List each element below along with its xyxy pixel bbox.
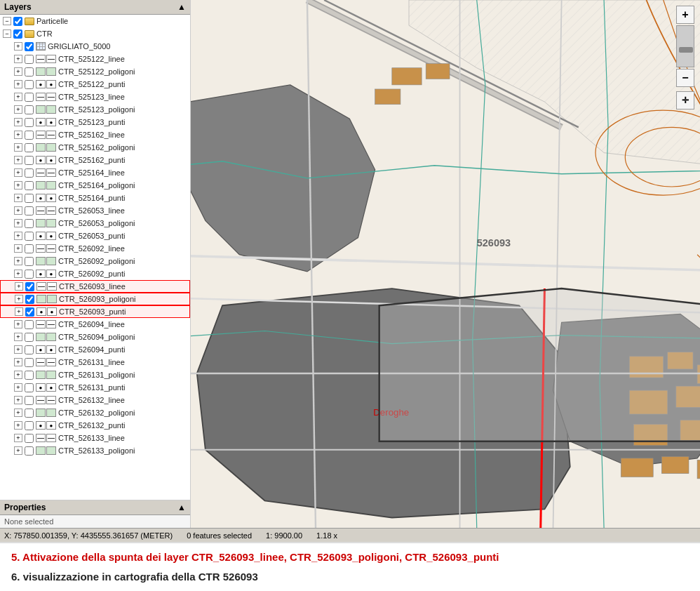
expand-btn-l526094_pt[interactable]: + <box>14 345 22 354</box>
expand-btn-l526132_l[interactable]: + <box>14 396 22 404</box>
checkbox-ctr[interactable] <box>13 29 22 39</box>
expand-btn-l526133_l[interactable]: + <box>14 434 22 442</box>
expand-btn-l526132_pt[interactable]: + <box>14 421 22 430</box>
layer-item-l526131_l[interactable]: + CTR_526131_linee <box>0 356 190 368</box>
checkbox-l526092_pt[interactable] <box>25 270 34 279</box>
layer-item-l526092_p[interactable]: + CTR_526092_poligoni <box>0 255 190 267</box>
expand-btn-l525162_l[interactable]: + <box>14 131 22 139</box>
expand-btn-l526092_l[interactable]: + <box>14 244 22 253</box>
layer-item-l525123_p[interactable]: + CTR_525123_poligoni <box>0 103 190 116</box>
layer-item-l526094_pt[interactable]: + ●● CTR_526094_punti <box>0 343 190 356</box>
layer-item-l525123_l[interactable]: + CTR_525123_linee <box>0 91 190 103</box>
expand-btn-l526053_p[interactable]: + <box>14 219 22 227</box>
expand-btn-grigliato[interactable]: + <box>14 42 22 51</box>
checkbox-l526092_l[interactable] <box>25 244 34 253</box>
expand-btn-l525164_p[interactable]: + <box>14 181 22 190</box>
layer-item-l526133_l[interactable]: + CTR_526133_linee <box>0 432 190 444</box>
layer-item-l525122_pt[interactable]: + ●● CTR_525122_punti <box>0 78 190 91</box>
checkbox-l526093_l[interactable] <box>25 282 34 291</box>
expand-btn-ctr[interactable]: − <box>3 29 11 38</box>
expand-btn-l525123_l[interactable]: + <box>14 93 22 101</box>
checkbox-l525162_pt[interactable] <box>25 156 34 165</box>
checkbox-l525162_p[interactable] <box>25 143 34 152</box>
layer-item-l525164_p[interactable]: + CTR_525164_poligoni <box>0 179 190 192</box>
zoom-slider[interactable] <box>676 25 694 67</box>
checkbox-l526133_p[interactable] <box>25 446 34 456</box>
zoom-in-button[interactable]: + <box>676 6 694 24</box>
checkbox-l526093_p[interactable] <box>25 295 34 304</box>
layer-item-l526093_l[interactable]: + CTR_526093_linee <box>0 280 190 293</box>
expand-btn-l525122_l[interactable]: + <box>14 55 22 63</box>
layer-item-l525122_l[interactable]: + CTR_525122_linee <box>0 53 190 65</box>
checkbox-l525123_l[interactable] <box>25 93 34 102</box>
expand-btn-particelle[interactable]: − <box>3 17 11 25</box>
checkbox-grigliato[interactable] <box>25 42 34 51</box>
map-area[interactable]: 526093 526093 Deroghe + − <box>191 0 700 528</box>
expand-btn-l525123_p[interactable]: + <box>14 105 22 114</box>
layer-item-l525164_l[interactable]: + CTR_525164_linee <box>0 166 190 179</box>
checkbox-particelle[interactable] <box>13 17 22 26</box>
checkbox-l526092_p[interactable] <box>25 257 34 266</box>
layer-item-particelle[interactable]: − Particelle <box>0 15 190 27</box>
layer-item-l526053_p[interactable]: + CTR_526053_poligoni <box>0 217 190 230</box>
expand-btn-l525164_l[interactable]: + <box>14 168 22 177</box>
layer-item-l526092_l[interactable]: + CTR_526092_linee <box>0 242 190 255</box>
checkbox-l525164_l[interactable] <box>25 168 34 178</box>
expand-btn-l525123_pt[interactable]: + <box>14 118 22 126</box>
expand-btn-l525122_pt[interactable]: + <box>14 80 22 88</box>
expand-btn-l526133_p[interactable]: + <box>14 446 22 455</box>
layers-collapse-icon[interactable]: ▲ <box>177 2 186 12</box>
layer-item-l526131_p[interactable]: + CTR_526131_poligoni <box>0 368 190 381</box>
expand-btn-l526094_p[interactable]: + <box>14 333 22 341</box>
layer-item-l525162_pt[interactable]: + ●● CTR_525162_punti <box>0 154 190 166</box>
layer-item-l525123_pt[interactable]: + ●● CTR_525123_punti <box>0 116 190 128</box>
layer-item-l526094_p[interactable]: + CTR_526094_poligoni <box>0 331 190 343</box>
layer-item-ctr[interactable]: − CTR <box>0 27 190 40</box>
layer-item-l526093_pt[interactable]: + ●● CTR_526093_punti <box>0 305 190 318</box>
layer-item-l526132_p[interactable]: + CTR_526132_poligoni <box>0 406 190 419</box>
expand-btn-l526093_pt[interactable]: + <box>15 307 23 316</box>
checkbox-l525123_pt[interactable] <box>25 118 34 127</box>
checkbox-l525122_p[interactable] <box>25 67 34 77</box>
checkbox-l526131_l[interactable] <box>25 358 34 367</box>
checkbox-l525162_l[interactable] <box>25 131 34 140</box>
expand-btn-l526131_pt[interactable]: + <box>14 383 22 392</box>
layer-item-l526053_pt[interactable]: + ●● CTR_526053_punti <box>0 230 190 242</box>
layer-item-l526053_l[interactable]: + CTR_526053_linee <box>0 204 190 217</box>
checkbox-l526094_l[interactable] <box>25 320 34 329</box>
checkbox-l526133_l[interactable] <box>25 434 34 443</box>
checkbox-l526053_p[interactable] <box>25 219 34 228</box>
expand-btn-l525164_pt[interactable]: + <box>14 194 22 202</box>
expand-btn-l526053_pt[interactable]: + <box>14 232 22 240</box>
checkbox-l525122_l[interactable] <box>25 55 34 64</box>
layer-item-l526131_pt[interactable]: + ●● CTR_526131_punti <box>0 381 190 394</box>
expand-btn-l526093_l[interactable]: + <box>15 282 23 291</box>
expand-btn-l526053_l[interactable]: + <box>14 206 22 215</box>
layers-list[interactable]: − Particelle − CTR + GRIGLIATO_5000 + CT… <box>0 15 190 500</box>
checkbox-l525164_p[interactable] <box>25 181 34 190</box>
layer-item-l526094_l[interactable]: + CTR_526094_linee <box>0 318 190 331</box>
zoom-out-button[interactable]: − <box>676 69 694 87</box>
checkbox-l525164_pt[interactable] <box>25 194 34 203</box>
expand-btn-l525122_p[interactable]: + <box>14 67 22 76</box>
expand-btn-l526131_l[interactable]: + <box>14 358 22 366</box>
checkbox-l526094_pt[interactable] <box>25 345 34 354</box>
layer-item-l526092_pt[interactable]: + ●● CTR_526092_punti <box>0 267 190 280</box>
layer-item-l526132_l[interactable]: + CTR_526132_linee <box>0 394 190 406</box>
checkbox-l525122_pt[interactable] <box>25 80 34 89</box>
expand-btn-l525162_pt[interactable]: + <box>14 156 22 164</box>
layer-item-l525162_p[interactable]: + CTR_525162_poligoni <box>0 141 190 154</box>
layer-item-l526133_p[interactable]: + CTR_526133_poligoni <box>0 444 190 457</box>
checkbox-l526132_pt[interactable] <box>25 421 34 430</box>
checkbox-l525123_p[interactable] <box>25 105 34 114</box>
layer-item-l525162_l[interactable]: + CTR_525162_linee <box>0 128 190 141</box>
expand-btn-l526092_pt[interactable]: + <box>14 270 22 278</box>
checkbox-l526131_pt[interactable] <box>25 383 34 392</box>
checkbox-l526053_l[interactable] <box>25 206 34 215</box>
layer-item-l526093_p[interactable]: + CTR_526093_poligoni <box>0 293 190 305</box>
pan-button[interactable]: ✛ <box>676 91 694 109</box>
checkbox-l526053_pt[interactable] <box>25 232 34 241</box>
expand-btn-l526094_l[interactable]: + <box>14 320 22 328</box>
checkbox-l526094_p[interactable] <box>25 333 34 342</box>
expand-btn-l526131_p[interactable]: + <box>14 371 22 379</box>
